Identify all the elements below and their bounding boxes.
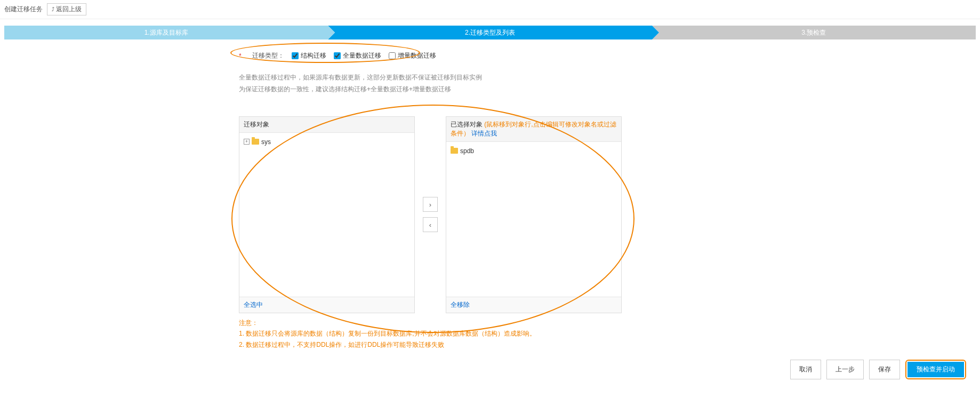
step-2[interactable]: 2.迁移类型及列表: [328, 26, 652, 39]
back-button[interactable]: 返回上级: [47, 3, 86, 15]
migration-type-label: 迁移类型：: [252, 51, 284, 60]
tree-item[interactable]: + sys: [244, 137, 410, 147]
checkbox-structure-label: 结构迁移: [301, 51, 326, 60]
transfer-controls: › ‹: [415, 116, 446, 313]
chevron-left-icon: ‹: [429, 221, 431, 229]
select-all-link[interactable]: 全选中: [244, 301, 263, 308]
target-panel-foot: 全移除: [446, 297, 621, 313]
remove-all-link[interactable]: 全移除: [451, 301, 470, 308]
top-bar: 创建迁移任务 返回上级: [0, 0, 980, 19]
folder-icon: [451, 148, 458, 154]
notice-title: 注意：: [239, 317, 623, 328]
checkbox-structure-input[interactable]: [292, 52, 299, 59]
prev-button[interactable]: 上一步: [826, 360, 864, 379]
target-panel-title: 已选择对象: [451, 121, 483, 128]
source-panel-foot: 全选中: [239, 297, 414, 313]
expand-icon[interactable]: +: [244, 139, 250, 145]
checkbox-structure[interactable]: 结构迁移: [292, 51, 326, 60]
move-right-button[interactable]: ›: [423, 197, 438, 212]
target-panel-body[interactable]: spdb: [446, 142, 621, 297]
annotation-box-precheck: 预检查并启动: [905, 360, 966, 379]
notice-line-2: 2. 数据迁移过程中，不支持DDL操作，如进行DDL操作可能导致迁移失败: [239, 339, 623, 350]
save-button[interactable]: 保存: [869, 360, 900, 379]
step-1[interactable]: 1.源库及目标库: [4, 26, 328, 39]
type-hint: 全量数据迁移过程中，如果源库有数据更新，这部分更新数据不保证被迁移到目标实例 为…: [239, 72, 623, 95]
checkbox-incremental-label: 增量数据迁移: [398, 51, 436, 60]
precheck-start-button[interactable]: 预检查并启动: [907, 362, 964, 377]
move-left-button[interactable]: ‹: [423, 217, 438, 232]
source-panel-body[interactable]: + sys: [239, 133, 414, 297]
required-mark: *: [239, 52, 242, 60]
checkbox-incremental-input[interactable]: [389, 52, 396, 59]
dual-list: 迁移对象 + sys 全选中 ›: [239, 116, 623, 313]
tree-item-label: spdb: [460, 147, 474, 155]
cancel-button[interactable]: 取消: [790, 360, 821, 379]
migration-type-row: * 迁移类型： 结构迁移 全量数据迁移 增量数据迁移: [239, 49, 623, 62]
target-panel-head: 已选择对象 (鼠标移到对象行,点击编辑可修改对象名或过滤条件） 详情点我: [446, 117, 621, 142]
step-3: 3.预检查: [652, 26, 976, 39]
source-panel: 迁移对象 + sys 全选中: [239, 116, 415, 313]
wizard-steps: 1.源库及目标库 2.迁移类型及列表 3.预检查: [4, 26, 976, 39]
tree-item[interactable]: spdb: [451, 146, 617, 156]
type-hint-l2: 为保证迁移数据的一致性，建议选择结构迁移+全量数据迁移+增量数据迁移: [239, 84, 623, 96]
checkbox-full-label: 全量数据迁移: [343, 51, 381, 60]
checkbox-full-input[interactable]: [334, 52, 341, 59]
page-title: 创建迁移任务: [4, 5, 43, 14]
footer-actions: 取消 上一步 保存 预检查并启动: [0, 350, 980, 389]
notice-block: 注意： 1. 数据迁移只会将源库的数据（结构）复制一份到目标数据库,并不会对源数…: [239, 317, 623, 350]
chevron-right-icon: ›: [429, 201, 431, 209]
checkbox-incremental[interactable]: 增量数据迁移: [389, 51, 436, 60]
detail-link[interactable]: 详情点我: [471, 130, 497, 137]
folder-icon: [252, 139, 259, 145]
source-panel-title: 迁移对象: [239, 117, 414, 133]
target-panel: 已选择对象 (鼠标移到对象行,点击编辑可修改对象名或过滤条件） 详情点我 spd…: [446, 116, 622, 313]
tree-item-label: sys: [261, 138, 271, 146]
notice-line-1: 1. 数据迁移只会将源库的数据（结构）复制一份到目标数据库,并不会对源数据库数据…: [239, 328, 623, 339]
checkbox-full[interactable]: 全量数据迁移: [334, 51, 381, 60]
type-hint-l1: 全量数据迁移过程中，如果源库有数据更新，这部分更新数据不保证被迁移到目标实例: [239, 72, 623, 84]
